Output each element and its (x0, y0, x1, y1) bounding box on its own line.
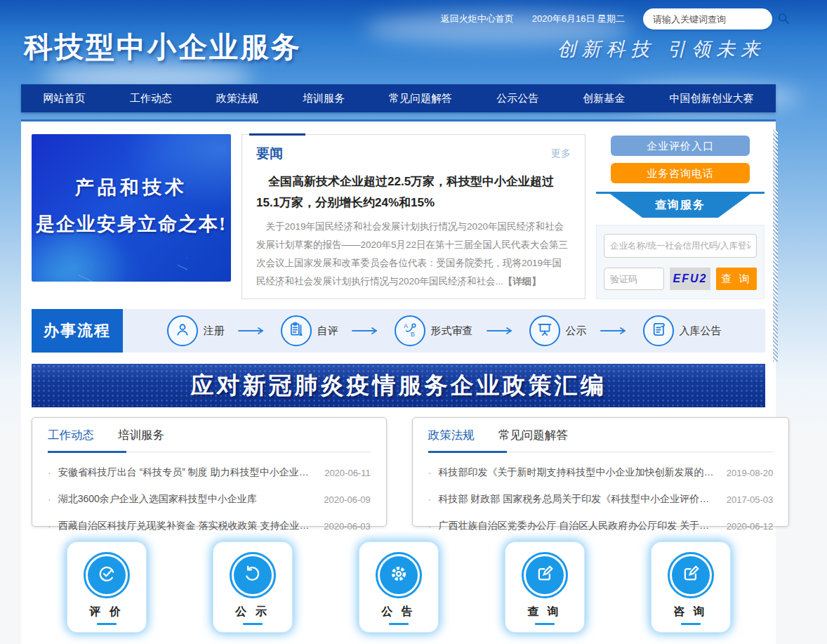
list-item[interactable]: · 科技部 财政部 国家税务总局关于印发《科技型中小企业评价办法》... 201… (428, 486, 774, 513)
hatched-border-decoration (773, 130, 778, 362)
list-item[interactable]: · 西藏自治区科技厅兑现奖补资金 落实税收政策 支持企业科技创新 2020-06… (48, 513, 371, 539)
process-title: 办事流程 (32, 309, 123, 353)
edit-icon (680, 563, 701, 587)
item-date: 2020-06-12 (727, 521, 774, 532)
service-process-strip: 办事流程 注册 (32, 309, 765, 353)
quick-link-evaluation[interactable]: 评 价 (67, 542, 146, 632)
tab-policies[interactable]: 政策法规 (428, 428, 475, 443)
news-detail-link[interactable]: 【详细】 (503, 276, 541, 287)
list-item[interactable]: · 广西壮族自治区党委办公厅 自治区人民政府办公厅印发 关于进一步... 202… (428, 513, 774, 539)
nav-item-home[interactable]: 网站首页 (44, 92, 86, 105)
process-step-registry-announcement[interactable]: 入库公告 (643, 315, 722, 346)
news-tab-label[interactable]: 要闻 (256, 145, 283, 163)
keyword-search-input[interactable] (653, 14, 776, 25)
user-icon (173, 320, 192, 341)
arrow-right-icon (600, 327, 630, 335)
arrow-right-icon (237, 327, 268, 335)
site-slogan: 创新科技 引领未来 (557, 37, 765, 62)
bullet: · (48, 520, 51, 532)
list-item[interactable]: · 安徽省科技厅出台 “科技专员” 制度 助力科技型中小企业发展 2020-06… (48, 459, 371, 486)
nav-item-policies[interactable]: 政策法规 (216, 92, 258, 105)
gear-icon (388, 563, 409, 587)
nav-item-faq[interactable]: 常见问题解答 (389, 92, 452, 105)
svg-text:B: B (411, 331, 415, 338)
ab-review-icon: A B (401, 320, 419, 341)
work-news-panel: 工作动态 培训服务 · 安徽省科技厅出台 “科技专员” 制度 助力科技型中小企业… (32, 417, 387, 527)
bullet: · (48, 467, 51, 478)
query-service-topline (596, 192, 765, 194)
business-consult-phone-button[interactable]: 业务咨询电话 (611, 163, 750, 183)
covid-policy-banner[interactable]: 应对新冠肺炎疫情服务企业政策汇编 (32, 364, 765, 407)
clipboard-icon (287, 320, 305, 341)
arrow-right-icon (351, 327, 382, 335)
tab-work-news[interactable]: 工作动态 (48, 428, 94, 443)
label-underline (97, 623, 117, 625)
policy-panel: 政策法规 常见问题解答 · 科技部印发《关于新时期支持科技型中小企业加快创新发展… (412, 417, 790, 527)
process-step-self-evaluation[interactable]: 自评 (281, 315, 338, 346)
company-name-input[interactable] (604, 234, 757, 258)
nav-item-innovation-fund[interactable]: 创新基金 (583, 92, 625, 105)
process-step-register[interactable]: 注册 (167, 315, 225, 346)
news-summary: 关于2019年国民经济和社会发展计划执行情况与2020年国民经济和社会发展计划草… (256, 218, 571, 291)
quick-link-consult[interactable]: 咨 询 (651, 542, 730, 632)
top-utility-bar: 返回火炬中心首页 2020年6月16日 星期二 (0, 8, 772, 29)
item-date: 2017-05-03 (727, 494, 774, 505)
promo-banner-text: 产品和技术 是企业安身立命之本! (32, 175, 231, 237)
triangle-decoration (177, 255, 192, 270)
keyword-search-box[interactable] (643, 8, 772, 29)
enterprise-evaluation-entry-button[interactable]: 企业评价入口 (611, 136, 750, 156)
tab-training[interactable]: 培训服务 (118, 428, 164, 443)
bullet: · (428, 520, 432, 532)
edit-icon (534, 563, 555, 587)
list-item[interactable]: · 科技部印发《关于新时期支持科技型中小企业加快创新发展的若干政... 2019… (428, 459, 774, 486)
label-underline (681, 623, 701, 625)
news-headline[interactable]: 全国高新技术企业超过22.5万家，科技型中小企业超过15.1万家，分别增长约24… (256, 171, 571, 213)
query-service-header: 查询服务 (610, 194, 750, 218)
quick-link-announcement[interactable]: 公 告 (359, 542, 438, 632)
main-navigation: 网站首页 工作动态 政策法规 培训服务 常见问题解答 公示公告 创新基金 中国创… (21, 84, 776, 112)
presentation-icon (536, 320, 554, 341)
tab-faq[interactable]: 常见问题解答 (498, 428, 568, 443)
process-step-formal-review[interactable]: A B 形式审查 (395, 315, 473, 346)
quick-link-query[interactable]: 查 询 (505, 542, 584, 632)
nav-item-work-news[interactable]: 工作动态 (130, 92, 172, 105)
covid-policy-banner-title: 应对新冠肺炎疫情服务企业政策汇编 (191, 370, 607, 402)
process-step-publicity[interactable]: 公示 (529, 315, 587, 346)
nav-item-innovation-competition[interactable]: 中国创新创业大赛 (669, 92, 753, 105)
item-date: 2019-08-20 (727, 468, 774, 478)
check-circle-icon (96, 563, 117, 587)
query-service-form: EFU2 查 询 (596, 225, 765, 299)
headline-news-panel: 要闻 更多 全国高新技术企业超过22.5万家，科技型中小企业超过15.1万家，分… (242, 134, 585, 299)
item-date: 2020-06-09 (324, 494, 371, 505)
sidebar: 企业评价入口 业务咨询电话 查询服务 EFU2 查 询 (596, 134, 765, 299)
label-underline (389, 623, 409, 625)
search-icon[interactable] (776, 11, 790, 27)
arrow-right-icon (486, 327, 517, 335)
captcha-image[interactable]: EFU2 (670, 268, 710, 290)
query-submit-button[interactable]: 查 询 (716, 268, 757, 290)
current-date: 2020年6月16日 星期二 (532, 13, 625, 25)
list-item[interactable]: · 湖北3600余户企业入选国家科技型中小企业库 2020-06-09 (48, 486, 371, 513)
triangle-decoration (78, 261, 98, 282)
active-tab-underline (48, 451, 126, 453)
label-underline (535, 623, 555, 625)
promo-banner-image[interactable]: 产品和技术 是企业安身立命之本! (32, 134, 231, 282)
scroll-icon (649, 320, 668, 341)
label-underline (243, 623, 263, 625)
item-date: 2020-06-11 (324, 468, 371, 478)
nav-item-training[interactable]: 培训服务 (303, 92, 345, 105)
recycle-icon (242, 563, 263, 587)
bullet: · (48, 494, 51, 505)
news-tab-indicator (249, 133, 305, 136)
main-content: 产品和技术 是企业安身立命之本! 要闻 更多 全国高新技术企业超过22.5万家，… (21, 119, 776, 644)
svg-text:A: A (404, 322, 408, 329)
quick-link-publicity[interactable]: 公 示 (213, 542, 292, 632)
site-logo-title: 科技型中小企业服务 (24, 28, 302, 67)
news-more-link[interactable]: 更多 (551, 147, 571, 160)
torch-center-home-link[interactable]: 返回火炬中心首页 (441, 13, 514, 25)
active-tab-underline (428, 451, 507, 453)
bullet: · (428, 467, 432, 478)
bullet: · (428, 494, 432, 505)
nav-item-announcements[interactable]: 公示公告 (496, 92, 538, 105)
captcha-input[interactable] (604, 268, 664, 290)
